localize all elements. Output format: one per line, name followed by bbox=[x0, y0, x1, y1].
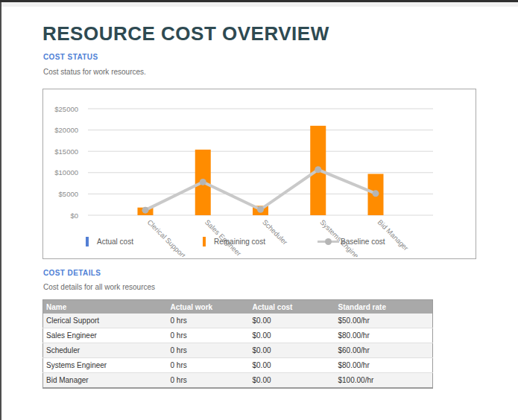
svg-text:$10000: $10000 bbox=[54, 168, 78, 176]
cost-status-subtitle: Cost status for work resources. bbox=[43, 68, 146, 76]
table-cell: $60.00/hr bbox=[336, 343, 433, 358]
baseline-cost-line bbox=[145, 170, 376, 210]
table-cell: $0.00 bbox=[250, 358, 336, 373]
table-row: Clerical Support0 hrs$0.00$50.00/hr bbox=[43, 314, 433, 328]
legend-baseline-cost: Baseline cost bbox=[318, 235, 385, 248]
legend-remaining-cost: Remaining cost bbox=[203, 235, 265, 248]
legend-baseline-cost-label: Baseline cost bbox=[341, 238, 385, 246]
baseline-point bbox=[257, 206, 264, 213]
baseline-cost-marker bbox=[325, 238, 332, 245]
table-cell: 0 hrs bbox=[168, 328, 250, 343]
window-left-border bbox=[0, 2, 1, 420]
actual-cost-swatch bbox=[86, 237, 89, 246]
report-page: RESOURCE COST OVERVIEW COST STATUS Cost … bbox=[0, 0, 518, 420]
column-header: Standard rate bbox=[336, 300, 433, 314]
table-cell: Sales Engineer bbox=[43, 328, 168, 343]
legend-actual-cost-label: Actual cost bbox=[97, 238, 133, 246]
legend-actual-cost: Actual cost bbox=[86, 235, 133, 248]
column-header: Name bbox=[43, 300, 168, 314]
report-title[interactable]: RESOURCE COST OVERVIEW bbox=[42, 22, 329, 45]
table-cell: Bid Manager bbox=[43, 373, 168, 389]
svg-text:$5000: $5000 bbox=[59, 190, 78, 198]
table-cell: $100.00/hr bbox=[336, 373, 433, 389]
table-row: Scheduler0 hrs$0.00$60.00/hr bbox=[43, 343, 433, 358]
table-cell: $0.00 bbox=[250, 328, 336, 343]
table-cell: Clerical Support bbox=[43, 314, 168, 328]
cost-status-chart[interactable]: $0$5000$10000$15000$20000$25000Clerical … bbox=[42, 89, 476, 259]
table-row: Bid Manager0 hrs$0.00$100.00/hr bbox=[43, 373, 433, 389]
table-cell: $0.00 bbox=[250, 343, 336, 358]
cost-chart-plot: $0$5000$10000$15000$20000$25000Clerical … bbox=[43, 89, 474, 257]
svg-text:$25000: $25000 bbox=[54, 105, 78, 113]
table-cell: 0 hrs bbox=[168, 373, 250, 389]
baseline-point bbox=[142, 207, 149, 214]
cost-details-subtitle: Cost details for all work resources bbox=[43, 283, 155, 291]
svg-text:$20000: $20000 bbox=[54, 126, 78, 134]
table-cell: 0 hrs bbox=[168, 343, 250, 358]
table-header-row: NameActual workActual costStandard rate bbox=[43, 300, 433, 314]
svg-text:$0: $0 bbox=[70, 211, 78, 220]
table-cell: $50.00/hr bbox=[336, 314, 433, 328]
table-cell: $80.00/hr bbox=[336, 358, 433, 373]
cost-details-heading[interactable]: COST DETAILS bbox=[43, 269, 101, 277]
cost-status-heading[interactable]: COST STATUS bbox=[43, 53, 98, 61]
table-cell: 0 hrs bbox=[168, 358, 250, 373]
table-cell: Scheduler bbox=[43, 343, 168, 358]
column-header: Actual work bbox=[168, 300, 250, 314]
column-header: Actual cost bbox=[250, 300, 336, 314]
cost-details-table[interactable]: NameActual workActual costStandard rate … bbox=[42, 299, 433, 389]
legend-remaining-cost-label: Remaining cost bbox=[214, 238, 265, 246]
remaining-cost-swatch bbox=[203, 237, 206, 246]
baseline-cost-line-swatch bbox=[318, 241, 339, 243]
baseline-point bbox=[200, 179, 206, 185]
table-cell: Systems Engineer bbox=[43, 358, 168, 373]
table-row: Sales Engineer0 hrs$0.00$80.00/hr bbox=[43, 328, 433, 343]
window-top-strip bbox=[0, 2, 518, 7]
table-cell: $0.00 bbox=[250, 314, 336, 328]
table-row: Systems Engineer0 hrs$0.00$80.00/hr bbox=[43, 358, 433, 373]
table-cell: $0.00 bbox=[250, 373, 336, 389]
baseline-point bbox=[373, 190, 379, 197]
svg-text:$15000: $15000 bbox=[54, 147, 78, 156]
table-cell: 0 hrs bbox=[168, 314, 250, 328]
chart-legend: Actual cost Remaining cost Baseline cost bbox=[43, 235, 474, 251]
baseline-point bbox=[315, 166, 321, 173]
table-cell: $80.00/hr bbox=[336, 328, 433, 343]
